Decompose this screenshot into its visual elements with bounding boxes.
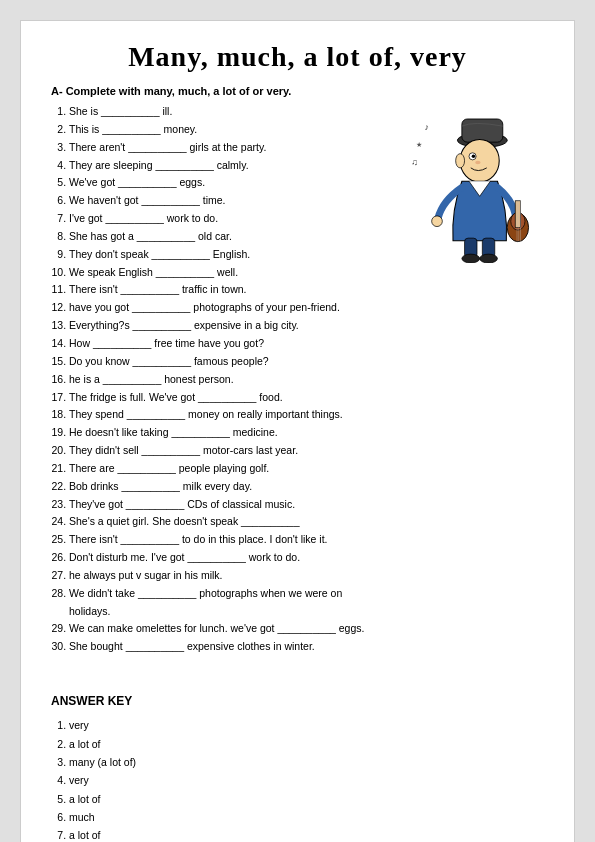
answer-key-title: ANSWER KEY — [51, 694, 544, 708]
question-item: I've got __________ work to do. — [69, 210, 384, 228]
svg-point-16 — [462, 254, 480, 263]
question-item: There aren't __________ girls at the par… — [69, 139, 384, 157]
svg-text:♫: ♫ — [411, 157, 418, 167]
question-item: She bought __________ expensive clothes … — [69, 638, 384, 656]
question-item: Everything?s __________ expensive in a b… — [69, 317, 384, 335]
question-item: There are __________ people playing golf… — [69, 460, 384, 478]
svg-rect-1 — [462, 119, 503, 142]
question-item: They are sleeping __________ calmly. — [69, 157, 384, 175]
question-item: We haven't got __________ time. — [69, 192, 384, 210]
svg-point-17 — [480, 254, 498, 263]
answer-item: very — [69, 716, 544, 734]
answer-key-list: verya lot ofmany (a lot of)verya lot ofm… — [69, 716, 544, 842]
question-item: They've got __________ CDs of classical … — [69, 496, 384, 514]
question-item: We didn't take __________ photographs wh… — [69, 585, 384, 621]
answer-item: a lot of — [69, 735, 544, 753]
answer-item: a lot of — [69, 790, 544, 808]
question-item: Do you know __________ famous people? — [69, 353, 384, 371]
svg-point-2 — [460, 139, 499, 182]
svg-point-6 — [456, 154, 465, 168]
svg-text:♪: ♪ — [425, 122, 429, 132]
question-item: They don't speak __________ English. — [69, 246, 384, 264]
question-item: She has got a __________ old car. — [69, 228, 384, 246]
svg-point-5 — [475, 161, 480, 165]
questions-list: She is __________ ill.This is __________… — [69, 103, 384, 656]
answer-item: very — [69, 771, 544, 789]
question-item: We speak English __________ well. — [69, 264, 384, 282]
page: Many, much, a lot of, very A- Complete w… — [20, 20, 575, 842]
instructions: A- Complete with many, much, a lot of or… — [51, 85, 371, 97]
question-item: Bob drinks __________ milk every day. — [69, 478, 384, 496]
question-item: She is __________ ill. — [69, 103, 384, 121]
question-item: have you got __________ photographs of y… — [69, 299, 384, 317]
question-item: How __________ free time have you got? — [69, 335, 384, 353]
cartoon-image: ♪ ★ ♫ — [399, 103, 539, 263]
answer-item: a lot of — [69, 826, 544, 842]
question-item: The fridge is full. We've got __________… — [69, 389, 384, 407]
question-item: There isn't __________ to do in this pla… — [69, 531, 384, 549]
question-item: They spend __________ money on really im… — [69, 406, 384, 424]
exercise-list: She is __________ ill.This is __________… — [51, 103, 384, 656]
question-item: Don't disturb me. I've got __________ wo… — [69, 549, 384, 567]
question-item: She's a quiet girl. She doesn't speak __… — [69, 513, 384, 531]
question-item: There isn't __________ traffic in town. — [69, 281, 384, 299]
question-item: He doesn't like taking __________ medici… — [69, 424, 384, 442]
svg-text:★: ★ — [416, 141, 422, 149]
question-item: he always put v sugar in his milk. — [69, 567, 384, 585]
content-area: She is __________ ill.This is __________… — [51, 103, 544, 656]
question-item: This is __________ money. — [69, 121, 384, 139]
svg-point-4 — [472, 155, 476, 159]
answer-key-section: ANSWER KEY verya lot ofmany (a lot of)ve… — [51, 684, 544, 842]
question-item: We can make omelettes for lunch. we've g… — [69, 620, 384, 638]
svg-rect-10 — [515, 201, 520, 228]
question-item: We've got __________ eggs. — [69, 174, 384, 192]
answer-item: much — [69, 808, 544, 826]
svg-point-7 — [432, 216, 443, 227]
question-item: They didn't sell __________ motor-cars l… — [69, 442, 384, 460]
page-title: Many, much, a lot of, very — [51, 41, 544, 73]
cartoon-area: ♪ ★ ♫ — [394, 103, 544, 656]
question-item: he is a __________ honest person. — [69, 371, 384, 389]
answer-item: many (a lot of) — [69, 753, 544, 771]
